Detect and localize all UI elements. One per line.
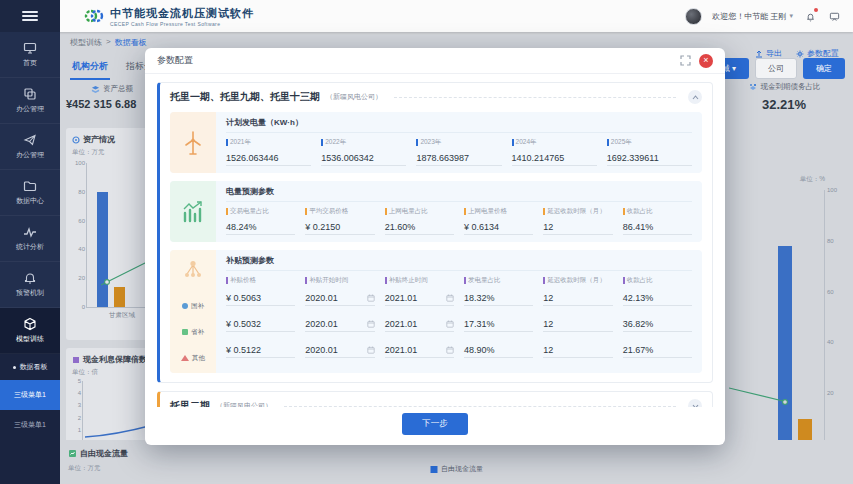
sidebar-third-menu-1-selected[interactable]: 三级菜单1 — [0, 380, 60, 410]
grid-price-input[interactable]: ¥ 0.6134 — [464, 218, 533, 235]
debt-ratio-card: 现金到期债务占比 32.21% — [725, 82, 843, 112]
provincial-collect-input[interactable]: 36.82% — [623, 314, 692, 332]
wind-turbine-icon — [181, 130, 205, 156]
calendar-icon[interactable] — [446, 346, 454, 354]
provincial-start-date-input[interactable]: 2020.01 — [305, 314, 374, 332]
folder-icon — [23, 179, 37, 193]
grid-volume-ratio-input[interactable]: 21.60% — [385, 218, 454, 235]
y-tick: 100 — [824, 187, 837, 193]
sidebar-item-statistics[interactable]: 统计分析 — [0, 216, 60, 262]
breadcrumb: 模型训练 > 数据看板 — [70, 37, 147, 48]
close-icon[interactable]: × — [699, 54, 713, 68]
other-price-input[interactable]: ¥ 0.5122 — [226, 340, 295, 358]
sidebar-third-label: 三级菜单1 — [14, 420, 46, 430]
coverage-plot: 5 4 3 2 1 0 — [82, 381, 154, 443]
column-header: 补贴价格 — [230, 276, 256, 285]
debt-ratio-label: 现金到期债务占比 — [761, 82, 821, 92]
calendar-icon[interactable] — [446, 320, 454, 328]
collapse-section1-button[interactable] — [688, 90, 702, 104]
sidebar-item-home[interactable]: 首页 — [0, 32, 60, 78]
modal-footer: 下一步 — [145, 407, 725, 445]
calendar-icon[interactable] — [446, 294, 454, 302]
other-end-date-input[interactable]: 2021.01 — [385, 340, 454, 358]
y-tick: 60 — [824, 289, 834, 295]
subsidy-forecast-title: 补贴预测参数 — [226, 255, 692, 271]
subsidy-forecast-card: 国补 省补 其他 补贴预测参数 补贴价格 补贴开始时间 — [170, 250, 702, 373]
national-gen-ratio-input[interactable]: 18.32% — [464, 288, 533, 306]
user-menu[interactable]: 欢迎您！中节能 王刚 ▾ — [712, 11, 793, 22]
other-collect-input[interactable]: 21.67% — [623, 340, 692, 358]
menu-toggle-button[interactable] — [0, 0, 60, 32]
notification-badge — [814, 8, 818, 12]
national-delay-input[interactable]: 12 — [543, 288, 612, 306]
field-label: 2022年 — [325, 138, 346, 147]
national-start-date-input[interactable]: 2020.01 — [305, 288, 374, 306]
tab-org-analysis[interactable]: 机构分析 — [70, 56, 110, 80]
chevron-up-icon — [692, 95, 699, 100]
sidebar-item-label: 模型训练 — [16, 334, 44, 344]
trade-volume-ratio-input[interactable]: 48.24% — [226, 218, 295, 235]
company-button[interactable]: 公司 — [755, 58, 797, 79]
gen-2023-input[interactable]: 1878.663987 — [416, 149, 501, 166]
other-start-date-input[interactable]: 2020.01 — [305, 340, 374, 358]
subsidy-row-label-other: 其他 — [181, 346, 205, 370]
planned-generation-title: 计划发电量（KW·h） — [226, 117, 692, 133]
avg-trade-price-input[interactable]: ¥ 0.2150 — [305, 218, 374, 235]
electricity-forecast-card: 电量预测参数 交易电量占比 48.24% 平均交易价格 ¥ 0.2150 上网电… — [170, 181, 702, 242]
provincial-delay-input[interactable]: 12 — [543, 314, 612, 332]
asset-chart-title: 资产情况 — [83, 134, 115, 145]
confirm-button[interactable]: 确定 — [803, 58, 845, 79]
national-end-date-input[interactable]: 2021.01 — [385, 288, 454, 306]
message-icon[interactable] — [827, 9, 841, 23]
subsidy-row-label-national: 国补 — [182, 294, 204, 318]
field-label: 交易电量占比 — [230, 207, 269, 216]
breadcrumb-current[interactable]: 数据看板 — [115, 37, 147, 48]
chevron-down-icon: ▾ — [789, 12, 793, 20]
notification-bell-icon[interactable] — [803, 9, 817, 23]
calendar-icon[interactable] — [367, 294, 375, 302]
gen-2025-input[interactable]: 1692.339611 — [607, 149, 692, 166]
expand-section2-button[interactable] — [688, 399, 702, 407]
project-section-2: 托里二期 （新疆风电公司） — [157, 391, 713, 407]
national-subsidy-icon — [182, 303, 188, 309]
region-line-green — [729, 190, 825, 445]
delay-months-input[interactable]: 12 — [543, 218, 612, 235]
national-price-input[interactable]: ¥ 0.5063 — [226, 288, 295, 306]
gen-2022-input[interactable]: 1536.006342 — [321, 149, 406, 166]
provincial-gen-ratio-input[interactable]: 17.31% — [464, 314, 533, 332]
other-delay-input[interactable]: 12 — [543, 340, 612, 358]
national-collect-input[interactable]: 42.13% — [623, 288, 692, 306]
gen-2021-input[interactable]: 1526.063446 — [226, 149, 311, 166]
sidebar-item-office-2[interactable]: 办公管理 — [0, 124, 60, 170]
sidebar-item-data-center[interactable]: 数据中心 — [0, 170, 60, 216]
calendar-icon[interactable] — [367, 320, 375, 328]
avatar[interactable] — [685, 8, 702, 25]
field-label: 收款占比 — [627, 207, 653, 216]
provincial-price-input[interactable]: ¥ 0.5032 — [226, 314, 295, 332]
breadcrumb-parent[interactable]: 模型训练 — [70, 37, 102, 48]
app-title: 中节能现金流机压测试软件 — [110, 6, 254, 21]
free-cash-flow-section: 自由现金流量 单位：万元 自由现金流量 — [60, 440, 853, 484]
fcf-title-text: 自由现金流量 — [80, 448, 128, 459]
calendar-icon[interactable] — [367, 346, 375, 354]
sidebar-item-alert[interactable]: 预警机制 — [0, 262, 60, 308]
sidebar-item-model-training[interactable]: 模型训练 — [0, 308, 60, 354]
field-label: 2025年 — [611, 138, 632, 147]
sidebar-subitem-data-board[interactable]: 数据看板 — [0, 354, 60, 380]
sidebar-item-office-1[interactable]: 办公管理 — [0, 78, 60, 124]
section1-subtitle: （新疆风电公司） — [326, 92, 382, 102]
electricity-forecast-title: 电量预测参数 — [226, 186, 692, 202]
next-step-button[interactable]: 下一步 — [402, 413, 468, 435]
field-label: 2021年 — [230, 138, 251, 147]
other-gen-ratio-input[interactable]: 48.90% — [464, 340, 533, 358]
y-tick: 20 — [824, 390, 834, 396]
legend-swatch — [430, 466, 437, 473]
sidebar-item-label: 办公管理 — [16, 104, 44, 114]
y-tick: 60 — [78, 218, 87, 224]
sidebar-third-menu-2[interactable]: 三级菜单1 — [0, 410, 60, 440]
provincial-end-date-input[interactable]: 2021.01 — [385, 314, 454, 332]
gen-2024-input[interactable]: 1410.214765 — [512, 149, 597, 166]
fullscreen-icon[interactable] — [680, 55, 691, 66]
collection-ratio-input[interactable]: 86.41% — [623, 218, 692, 235]
asset-icon — [91, 85, 100, 94]
